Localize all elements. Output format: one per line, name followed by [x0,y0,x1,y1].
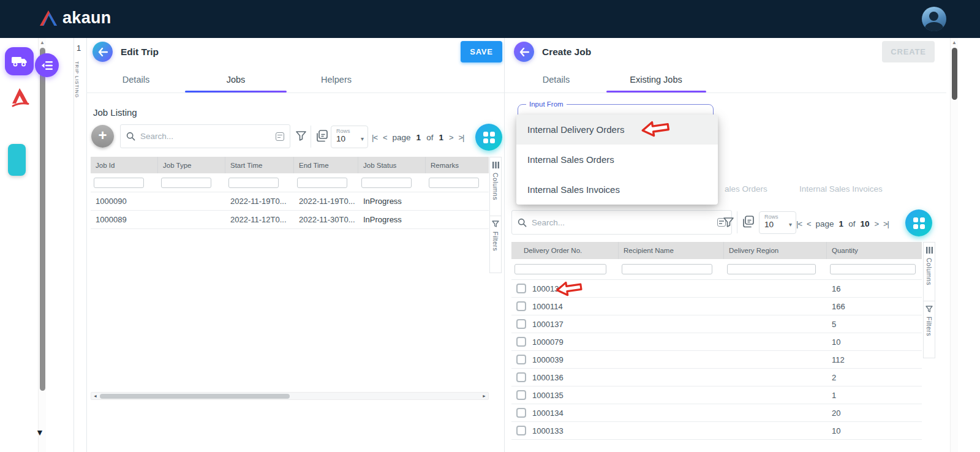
layout-grid-button[interactable] [475,124,502,151]
save-button[interactable]: SAVE [461,41,502,62]
pages-icon[interactable] [315,129,329,143]
create-job-back-button[interactable] [514,42,534,62]
delivery-order-row[interactable]: 1000114 166 [511,298,922,315]
akaun-logo[interactable]: akaun [39,9,111,28]
remarks-cell [426,211,489,228]
filter-remarks-input[interactable] [429,178,479,188]
columns-button[interactable]: Columns [490,157,501,216]
layout-grid-button-right[interactable] [905,209,932,236]
tab-existing-jobs[interactable]: Existing Jobs [613,73,699,86]
toolbar-divider-right [737,211,737,233]
total-pages: 10 [860,219,869,228]
filters-icon [492,220,499,227]
menu-option-internal-sales-orders[interactable]: Internal Sales Orders [516,145,718,175]
tab-details-right[interactable]: Details [529,73,584,86]
filter-delivery-region-input[interactable] [727,264,816,274]
filter-job-type-input[interactable] [161,178,211,188]
first-page-button[interactable]: |< [796,219,802,228]
delivery-order-row[interactable]: 1000136 2 [511,369,922,386]
hscroll-thumb[interactable] [100,394,290,399]
external-app-shortcut[interactable] [10,86,31,109]
filter-recipient-name-input[interactable] [622,264,712,274]
col-header-delivery-order-no: Delivery Order No. [511,242,619,259]
next-page-button[interactable]: > [874,219,878,228]
filter-delivery-order-no-input[interactable] [514,264,606,274]
next-page-button[interactable]: > [449,133,453,142]
filter-end-time-input[interactable] [297,178,347,188]
row-checkbox[interactable] [516,319,526,329]
job-row[interactable]: 1000090 2022-11-19T0... 2022-11-19T0... … [91,192,489,211]
delivery-order-no: 1000039 [532,355,564,364]
columns-button[interactable]: Columns [924,243,935,301]
first-page-button[interactable]: |< [372,133,377,142]
pages-icon-right[interactable] [742,215,755,228]
create-button[interactable]: CREATE [882,41,935,62]
background-tab-sales-invoices[interactable]: Internal Sales Invoices [799,184,883,194]
last-page-button[interactable]: >| [459,133,464,142]
row-checkbox[interactable] [516,372,526,382]
user-avatar[interactable] [922,7,946,31]
edit-trip-back-button[interactable] [92,42,113,62]
rows-label: Rows [336,128,364,134]
filters-button[interactable]: Filters [924,301,935,358]
tab-jobs[interactable]: Jobs [211,73,260,86]
row-checkbox[interactable] [516,284,526,293]
filter-icon[interactable] [295,130,307,141]
delivery-order-no: 1000114 [532,302,563,311]
prev-page-button[interactable]: < [383,133,387,142]
background-tab-sales-orders[interactable]: ales Orders [725,184,767,194]
job-row[interactable]: 1000089 2022-11-12T0... 2022-11-30T0... … [91,211,489,229]
quantity-cell: 166 [827,298,922,315]
filter-job-id-input[interactable] [94,178,144,188]
left-scrollbar-thumb[interactable] [40,48,45,391]
row-checkbox[interactable] [516,390,526,400]
job-table-hscroll-track[interactable]: ◄ ► [91,392,489,400]
back-arrow-icon [519,48,529,56]
input-from-label: Input From [526,100,567,108]
search-options-icon[interactable] [276,132,284,141]
row-checkbox[interactable] [516,426,526,435]
menu-option-internal-sales-invoices[interactable]: Internal Sales Invoices [516,175,718,205]
menu-toggle-button[interactable] [35,53,59,77]
job-filter-row [91,173,489,192]
left-scroll-down-icon[interactable]: ▼ [36,428,44,437]
prev-page-button[interactable]: < [807,219,811,228]
rows-per-page-select[interactable]: Rows 10▾ [331,126,368,148]
delivery-order-row[interactable]: 1000079 10 [511,333,922,351]
left-scrollbar-track[interactable]: ▲ [38,38,46,452]
filter-icon-right[interactable] [723,216,734,228]
filter-start-time-input[interactable] [228,178,279,188]
row-checkbox[interactable] [516,337,526,347]
window-scrollbar-track[interactable]: ▲ [950,38,958,452]
job-search-input[interactable] [140,132,271,141]
rows-per-page-select-right[interactable]: Rows 10▾ [759,211,796,234]
row-checkbox[interactable] [516,408,526,418]
delivery-order-row[interactable]: 1000039 112 [511,351,922,369]
row-checkbox[interactable] [516,301,526,311]
hscroll-right-icon[interactable]: ► [482,394,486,398]
delivery-order-search-input[interactable] [532,218,712,227]
filters-button[interactable]: Filters [490,216,501,273]
quantity-cell: 20 [827,404,922,421]
menu-option-internal-delivery-orders[interactable]: Internal Delivery Orders [516,115,718,145]
filter-quantity-input[interactable] [830,264,916,274]
delivery-order-row[interactable]: 1000134 20 [511,404,922,422]
window-scroll-up-icon[interactable]: ▲ [952,40,957,45]
delivery-order-row[interactable]: 1000133 10 [511,422,922,440]
delivery-order-row[interactable]: 1000138 16 [511,280,922,298]
window-scrollbar-thumb[interactable] [952,48,957,100]
delivery-order-row[interactable]: 1000137 5 [511,315,922,333]
collapsed-panel-handle[interactable] [8,144,26,176]
tab-helpers[interactable]: Helpers [309,73,364,86]
left-scroll-up-icon[interactable]: ▲ [40,40,45,45]
last-page-button[interactable]: >| [883,219,889,228]
job-search-box [120,124,290,148]
tab-details[interactable]: Details [108,73,164,86]
delivery-order-row[interactable]: 1000135 1 [511,386,922,404]
hscroll-left-icon[interactable]: ◄ [93,394,97,398]
trip-bubble-button[interactable] [5,47,34,75]
filter-job-status-input[interactable] [361,178,412,188]
row-checkbox[interactable] [516,355,526,364]
delivery-order-pagination: |< < page 1 of 10 > >| [796,217,889,230]
add-job-button[interactable]: + [91,125,114,148]
